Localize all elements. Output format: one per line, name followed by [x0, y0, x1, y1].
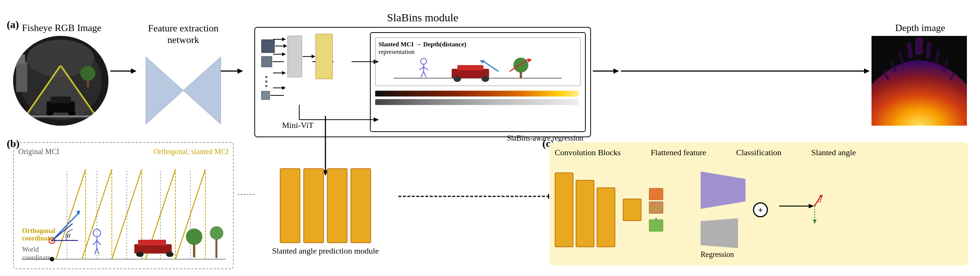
svg-marker-58: [183, 57, 221, 124]
yellow-rect-2: [303, 168, 324, 243]
b-top-labels: Original MCI Orthogonal, slanted MCI: [18, 148, 229, 156]
svg-rect-52: [16, 62, 27, 92]
svg-marker-87: [527, 58, 532, 62]
svg-point-84: [514, 57, 528, 73]
svg-rect-135: [138, 240, 166, 245]
svg-rect-85: [520, 72, 522, 79]
original-mci-label: Original MCI: [18, 148, 59, 156]
c-conv-block-2: [576, 180, 594, 247]
svg-line-77: [424, 67, 428, 70]
svg-rect-141: [215, 240, 217, 258]
fisheye-panel: Fisheye RGB Image: [13, 22, 110, 120]
svg-point-140: [210, 226, 223, 240]
slabins-panel: SlaBins module: [255, 11, 591, 135]
gradient-bars: [375, 90, 581, 108]
c-output-svg: α: [775, 191, 824, 228]
section-b-panel: Original MCI Orthogonal, slanted MCI: [13, 142, 234, 269]
depth-image: [872, 36, 967, 126]
orthogonal-mci-label: Orthogonal, slanted MCI: [153, 148, 229, 156]
svg-line-133: [97, 248, 99, 255]
feature-extraction-title: Feature extraction network: [135, 22, 232, 46]
svg-rect-81: [457, 65, 484, 70]
svg-rect-49: [51, 97, 71, 103]
yellow-rect-1: [280, 168, 301, 243]
svg-point-68: [265, 76, 267, 78]
c-slanted-angle-label: Slanted angle: [811, 148, 856, 157]
svg-line-132: [95, 248, 97, 255]
svg-marker-61: [283, 44, 287, 48]
svg-line-79: [424, 71, 426, 78]
svg-rect-65: [316, 34, 332, 79]
b-drawing: α Orthogonal coordinate World coordinate: [18, 158, 229, 272]
svg-point-137: [166, 252, 173, 257]
feat-item-3: [649, 219, 663, 232]
main-container: (a) Fisheye RGB Image: [0, 0, 980, 276]
feat-item-2: [649, 201, 663, 214]
b-drawing-svg: α Orthogonal coordinate World coordinate: [18, 158, 230, 270]
svg-text:World: World: [22, 246, 39, 253]
c-classification-shape: [701, 172, 746, 209]
svg-rect-62: [288, 36, 302, 77]
c-regression-shape: [701, 219, 738, 248]
c-classification-label: Classification: [736, 148, 781, 157]
slanted-module-title: Slanted angle prediction module: [255, 246, 396, 256]
svg-rect-139: [193, 244, 195, 257]
fisheye-svg: [13, 36, 108, 126]
svg-text:coordinate: coordinate: [22, 254, 51, 262]
c-small-block: [623, 198, 641, 221]
svg-line-78: [421, 71, 424, 78]
svg-point-50: [46, 111, 54, 116]
svg-point-70: [265, 85, 267, 87]
svg-rect-59: [261, 40, 275, 53]
svg-rect-55: [87, 80, 89, 87]
svg-text:coordinate: coordinate: [22, 235, 53, 242]
svg-text:α: α: [67, 232, 71, 239]
gradient-bars-svg: [375, 90, 581, 106]
bowtie-container: [135, 49, 232, 132]
svg-marker-7: [864, 68, 870, 74]
svg-rect-66: [261, 57, 272, 67]
c-regression-label: Regression: [701, 250, 734, 259]
c-conv-block-1: [555, 173, 573, 247]
slanted-mci-box: Slanted MCI → Depth(distance) representa…: [375, 37, 581, 86]
mci-scene-svg: [379, 56, 577, 82]
svg-rect-71: [261, 91, 270, 100]
svg-point-74: [421, 58, 427, 64]
svg-point-83: [482, 76, 489, 82]
svg-line-95: [928, 43, 929, 58]
svg-text:Orthogonal: Orthogonal: [22, 227, 56, 235]
yellow-rects-container: [255, 168, 396, 243]
svg-point-128: [93, 229, 100, 237]
svg-rect-90: [375, 90, 579, 97]
svg-point-51: [68, 111, 76, 116]
mini-vit-label: Mini-ViT: [282, 121, 313, 130]
fisheye-title: Fisheye RGB Image: [13, 22, 110, 34]
svg-point-69: [265, 81, 267, 82]
svg-point-136: [136, 252, 144, 257]
slanted-mci-sub: representation: [379, 48, 577, 56]
feat-item-1: [649, 188, 663, 200]
c-flat-feat-label: Flattened feature: [651, 148, 706, 157]
yellow-rect-4: [350, 168, 371, 243]
depth-title: Depth image: [872, 22, 969, 34]
slanted-mci-title: Slanted MCI → Depth(distance): [379, 41, 577, 48]
c-classif-regression: Regression: [701, 172, 746, 248]
feat-dots: [649, 215, 663, 218]
bowtie-svg: [142, 53, 224, 128]
svg-point-138: [186, 228, 202, 245]
mini-vit-section: Mini-ViT: [259, 32, 364, 132]
feature-extraction-panel: Feature extraction network: [135, 22, 232, 132]
mini-vit-svg: [259, 32, 364, 133]
svg-marker-144: [809, 204, 814, 208]
svg-marker-57: [146, 57, 183, 124]
svg-marker-64: [312, 55, 315, 58]
c-conv-blocks-label: Convolution Blocks: [555, 148, 621, 157]
c-title-row: Convolution Blocks Flattened feature Cla…: [555, 148, 963, 157]
c-conv-blocks-container: [555, 173, 615, 247]
svg-line-130: [93, 241, 97, 245]
regression-box: SlaBins-aware regression Slanted MCI → D…: [370, 32, 586, 132]
svg-line-126: [52, 214, 78, 241]
svg-line-76: [419, 67, 424, 70]
svg-rect-53: [18, 55, 25, 64]
depth-panel: Depth image: [872, 22, 969, 126]
